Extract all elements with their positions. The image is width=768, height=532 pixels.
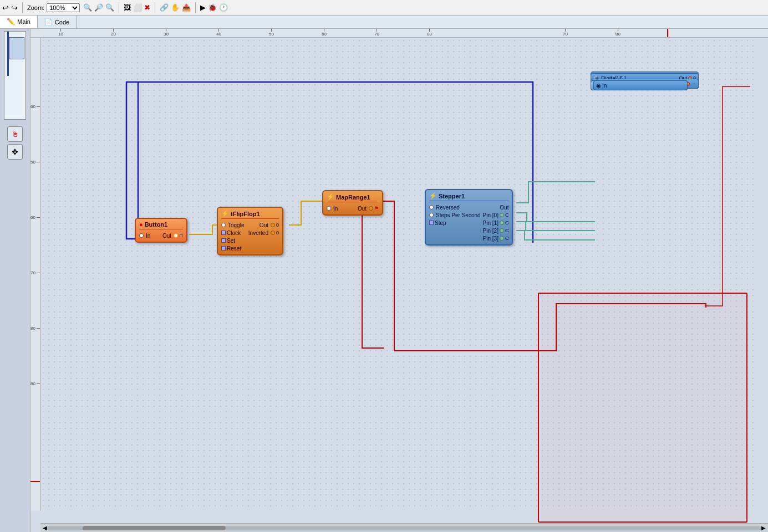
move-icon[interactable]: ✋ — [171, 3, 180, 12]
node-button1[interactable]: ● Button1 In Out ⊓ — [135, 218, 187, 243]
tab-code[interactable]: 📄 Code — [38, 16, 77, 28]
node-stepper1[interactable]: ⚡ Stepper1 Reversed Out Steps Per Sec — [425, 189, 513, 245]
canvas-wrapper[interactable]: 10 20 30 40 50 60 70 80 70 80 60 50 60 7… — [30, 29, 768, 532]
left-sidebar: 🖱 ✥ — [0, 29, 30, 532]
minimap-content — [9, 37, 24, 59]
node-s-reversed: Reversed Out — [429, 203, 508, 211]
pointer-tool[interactable]: 🖱 — [7, 126, 23, 142]
ruler-tick: 80 — [616, 29, 620, 37]
tab-main[interactable]: ✏️ Main — [0, 16, 38, 28]
scroll-track[interactable] — [47, 526, 761, 530]
upload-icon[interactable]: 📤 — [182, 3, 191, 12]
node-ff-clock: Clock Inverted 0 — [221, 229, 279, 237]
port-button1-out[interactable] — [174, 233, 178, 238]
tab-main-label: Main — [17, 18, 30, 25]
zoom-fit-icon[interactable]: 🔍 — [83, 3, 92, 12]
tab-code-label: Code — [55, 19, 69, 25]
button1-icon: ● — [139, 221, 143, 228]
tab-code-icon: 📄 — [44, 18, 53, 26]
node-button1-row-in: In Out ⊓ — [139, 232, 183, 239]
v-ruler-tick: 60 — [30, 104, 40, 109]
undo-icon[interactable]: ↩ — [2, 3, 9, 12]
ruler-tick: 10 — [58, 29, 63, 37]
node-ff-toggle: Toggle Out 0 — [221, 221, 279, 229]
main-area: 🖱 ✥ 10 20 30 40 50 60 70 80 70 80 60 50 … — [0, 29, 768, 532]
v-ruler-tick: 80 — [30, 381, 40, 386]
maprange-icon: ⚡ — [327, 193, 334, 201]
horizontal-scrollbar[interactable]: ◀ ▶ — [40, 523, 768, 532]
node-maprange1[interactable]: ⚡ MapRange1 In Out ⚑ — [322, 190, 383, 216]
run-icon[interactable]: ▶ — [200, 3, 206, 12]
image-icon[interactable]: 🖼 — [124, 3, 131, 12]
node-s-step: Step Pin [1] C — [429, 219, 508, 227]
port-ff-reset[interactable] — [221, 246, 226, 250]
v-ruler-tick: 80 — [30, 326, 40, 331]
node-s-sps: Steps Per Second Pin [0] C — [429, 211, 508, 219]
port-s-pin2[interactable] — [500, 228, 504, 233]
ruler-tick: 50 — [269, 29, 274, 37]
ruler-tick: 20 — [111, 29, 116, 37]
scroll-thumb[interactable] — [83, 526, 226, 530]
port-ff-out[interactable] — [271, 223, 275, 227]
redo-icon[interactable]: ↪ — [11, 3, 18, 12]
node-flipflop1-title: ⚡ tFlipFlop1 — [221, 210, 279, 219]
node-ff-reset: Reset — [221, 244, 279, 252]
horizontal-ruler: 10 20 30 40 50 60 70 80 70 80 — [30, 29, 768, 38]
spi-in-icon: ◉ — [596, 83, 601, 89]
port-s-reversed[interactable] — [429, 205, 434, 209]
canvas[interactable]: ● Button1 In Out ⊓ — [40, 38, 757, 511]
zoom-out-icon[interactable]: 🔍 — [105, 3, 114, 12]
port-s-pin0[interactable] — [500, 213, 504, 217]
ruler-tick: 80 — [427, 29, 432, 37]
scroll-right-btn[interactable]: ▶ — [761, 525, 766, 531]
v-ruler-tick: 70 — [30, 270, 40, 275]
delete-icon[interactable]: ✖ — [144, 3, 150, 12]
node-button1-title: ● Button1 — [139, 221, 183, 229]
ruler-marker — [667, 29, 668, 38]
ruler-tick: 60 — [322, 29, 327, 37]
v-ruler-tick: 60 — [30, 215, 40, 220]
port-mr-out[interactable] — [369, 206, 373, 211]
flipflop-icon: ⚡ — [221, 210, 229, 217]
separator — [22, 2, 23, 13]
port-button1-in[interactable] — [139, 233, 144, 238]
selection-rectangle — [538, 293, 747, 523]
debug-icon[interactable]: 🐞 — [208, 3, 217, 12]
port-s-pin3[interactable] — [500, 236, 504, 241]
toolbar: ↩ ↪ Zoom: 100%50%75%125%150%200% 🔍 🔎 🔍 🖼… — [0, 0, 768, 16]
spi-in[interactable]: ◉ In — [593, 80, 688, 90]
vertical-ruler: 60 50 60 70 80 80 — [30, 38, 40, 511]
node-maprange1-title: ⚡ MapRange1 — [327, 193, 379, 202]
scroll-left-btn[interactable]: ◀ — [43, 525, 47, 531]
node-s-pin2-row: Pin [2] C — [429, 227, 508, 234]
separator — [155, 2, 155, 13]
zoom-in-icon[interactable]: 🔎 — [94, 3, 103, 12]
node-ff-set: Set — [221, 237, 279, 244]
zoom-select[interactable]: 100%50%75%125%150%200% — [47, 3, 80, 12]
stepper-icon: ⚡ — [429, 192, 437, 200]
separator — [195, 2, 196, 13]
port-ff-clock[interactable] — [221, 231, 226, 235]
port-mr-in[interactable] — [327, 206, 331, 211]
zoom-label: Zoom: — [27, 4, 44, 11]
ruler-tick: 30 — [164, 29, 169, 37]
pan-tool[interactable]: ✥ — [7, 144, 23, 160]
ruler-tick: 40 — [216, 29, 221, 37]
v-ruler-tick: 50 — [30, 160, 40, 165]
clock-icon[interactable]: 🕐 — [219, 3, 228, 12]
port-s-step[interactable] — [429, 221, 434, 225]
select-icon[interactable]: ⬜ — [133, 3, 142, 12]
node-mr-in: In Out ⚑ — [327, 204, 379, 212]
port-s-sps[interactable] — [429, 213, 434, 217]
v-ruler-marker — [30, 481, 40, 482]
connect-icon[interactable]: 🔗 — [160, 3, 169, 12]
node-flipflop1[interactable]: ⚡ tFlipFlop1 Toggle Out 0 — [217, 207, 283, 255]
separator — [119, 2, 119, 13]
node-stepper1-title: ⚡ Stepper1 — [429, 192, 508, 201]
port-s-pin1[interactable] — [500, 221, 504, 225]
minimap[interactable] — [4, 31, 26, 120]
sidebar-tools: 🖱 ✥ — [7, 126, 23, 160]
port-ff-toggle[interactable] — [221, 223, 226, 227]
port-ff-set[interactable] — [221, 238, 226, 243]
port-ff-inverted[interactable] — [271, 231, 275, 235]
